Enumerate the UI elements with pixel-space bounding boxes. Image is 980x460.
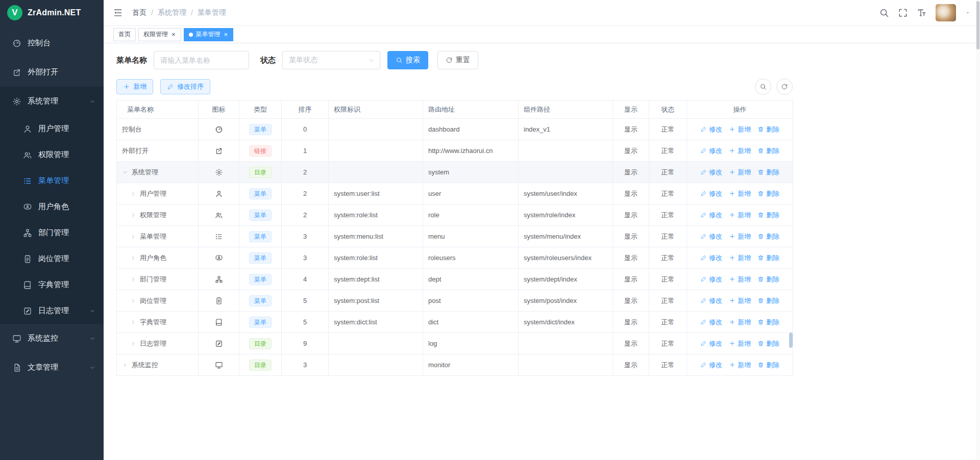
user-menu-caret-icon[interactable]: [965, 10, 971, 16]
fullscreen-icon[interactable]: [898, 8, 908, 18]
edit-action[interactable]: 修改: [700, 361, 722, 370]
status-value: 正常: [662, 318, 675, 326]
gear-icon: [215, 168, 223, 176]
add-action[interactable]: 新增: [729, 125, 751, 134]
add-action[interactable]: 新增: [729, 253, 751, 263]
add-action[interactable]: 新增: [729, 189, 751, 198]
add-action[interactable]: 新增: [729, 211, 751, 220]
delete-action[interactable]: 删除: [757, 296, 779, 305]
perms-value: system:dept:list: [334, 275, 380, 283]
sidebar-item-system[interactable]: 系统管理: [0, 87, 104, 116]
edit-sort-button[interactable]: 修改排序: [160, 79, 210, 94]
sidebar-item-article[interactable]: 文章管理: [0, 353, 104, 382]
refresh-table-button[interactable]: [776, 79, 793, 95]
expand-row-icon[interactable]: [130, 255, 136, 261]
edit-action[interactable]: 修改: [700, 189, 722, 198]
page-scrollbar-thumb[interactable]: [976, 1, 979, 49]
sidebar-item-label: 岗位管理: [38, 254, 69, 264]
edit-action[interactable]: 修改: [700, 232, 722, 241]
add-action[interactable]: 新增: [729, 275, 751, 284]
edit-action[interactable]: 修改: [700, 146, 722, 156]
sidebar-item-dept[interactable]: 部门管理: [0, 220, 104, 246]
expand-row-icon[interactable]: [130, 276, 136, 283]
menu-name-input[interactable]: [154, 51, 249, 69]
add-action[interactable]: 新增: [729, 339, 751, 348]
sidebar-item-label: 部门管理: [38, 228, 69, 238]
close-tab-icon[interactable]: ×: [171, 31, 176, 38]
sidebar-item-label: 系统管理: [28, 96, 58, 106]
delete-action[interactable]: 删除: [757, 125, 779, 134]
sidebar-toggle-icon[interactable]: [113, 8, 123, 18]
collapse-row-icon[interactable]: [122, 169, 128, 175]
toggle-search-button[interactable]: [755, 79, 771, 95]
edit-action[interactable]: 修改: [700, 275, 722, 284]
sort-value: 3: [303, 254, 307, 262]
add-button[interactable]: 新增: [116, 79, 153, 94]
expand-row-icon[interactable]: [130, 191, 136, 197]
delete-action[interactable]: 删除: [757, 189, 779, 198]
delete-action[interactable]: 删除: [757, 168, 779, 177]
perms-value: system:role:list: [334, 211, 378, 219]
delete-action[interactable]: 删除: [757, 339, 779, 348]
sidebar-item-monitor[interactable]: 系统监控: [0, 324, 104, 353]
edit-action[interactable]: 修改: [700, 168, 722, 177]
path-value: dashboard: [428, 125, 459, 133]
status-value: 正常: [662, 361, 675, 369]
add-action[interactable]: 新增: [729, 361, 751, 370]
page-scrollbar[interactable]: [976, 0, 980, 460]
menu-name: 菜单管理: [140, 232, 166, 241]
tab-menu[interactable]: 菜单管理×: [184, 28, 234, 41]
delete-action[interactable]: 删除: [757, 232, 779, 241]
sidebar-item-menu[interactable]: 菜单管理: [0, 168, 104, 194]
sidebar-item-external[interactable]: 外部打开: [0, 58, 104, 87]
plus-icon: [729, 212, 736, 218]
path-value: monitor: [428, 361, 450, 369]
font-size-icon[interactable]: [917, 8, 927, 18]
expand-row-icon[interactable]: [130, 212, 136, 218]
breadcrumb-item-1[interactable]: 系统管理: [158, 8, 186, 17]
add-action[interactable]: 新增: [729, 296, 751, 305]
header-search-icon[interactable]: [879, 8, 889, 18]
search-button[interactable]: 搜索: [387, 51, 428, 69]
delete-action[interactable]: 删除: [757, 318, 779, 327]
status-select[interactable]: 菜单状态: [282, 51, 380, 69]
delete-action[interactable]: 删除: [757, 253, 779, 263]
delete-action[interactable]: 删除: [757, 211, 779, 220]
sidebar-item-log[interactable]: 日志管理: [0, 298, 104, 324]
user-avatar[interactable]: [936, 4, 956, 21]
add-action[interactable]: 新增: [729, 232, 751, 241]
tab-home[interactable]: 首页: [113, 28, 136, 41]
sidebar-item-dashboard[interactable]: 控制台: [0, 29, 104, 58]
sidebar-item-user[interactable]: 用户管理: [0, 116, 104, 142]
sidebar-item-roleusers[interactable]: 用户角色: [0, 194, 104, 220]
edit-action[interactable]: 修改: [700, 339, 722, 348]
close-tab-icon[interactable]: ×: [224, 31, 229, 38]
edit-action[interactable]: 修改: [700, 253, 722, 263]
plus-icon: [729, 254, 736, 261]
delete-action[interactable]: 删除: [757, 275, 779, 284]
delete-action[interactable]: 删除: [757, 361, 779, 370]
expand-row-icon[interactable]: [130, 234, 136, 240]
reset-button[interactable]: 重置: [437, 51, 478, 69]
table-scrollbar-thumb[interactable]: [789, 333, 793, 348]
menu-row-roleusers: 用户角色菜单3system:role:listroleuserssystem/r…: [117, 247, 793, 269]
edit-action[interactable]: 修改: [700, 296, 722, 305]
edit-action[interactable]: 修改: [700, 318, 722, 327]
tab-role[interactable]: 权限管理×: [138, 28, 181, 41]
sidebar-item-post[interactable]: 岗位管理: [0, 246, 104, 272]
expand-row-icon[interactable]: [130, 341, 136, 347]
sidebar-item-role[interactable]: 权限管理: [0, 142, 104, 168]
breadcrumb-item-0[interactable]: 首页: [132, 8, 146, 17]
edit-action[interactable]: 修改: [700, 125, 722, 134]
edit-action[interactable]: 修改: [700, 211, 722, 220]
type-tag: 菜单: [249, 317, 272, 328]
add-action[interactable]: 新增: [729, 318, 751, 327]
expand-row-icon[interactable]: [130, 319, 136, 325]
add-action[interactable]: 新增: [729, 168, 751, 177]
delete-action[interactable]: 删除: [757, 146, 779, 156]
expand-row-icon[interactable]: [122, 362, 128, 368]
sort-value: 4: [303, 275, 307, 283]
sidebar-item-dict[interactable]: 字典管理: [0, 272, 104, 298]
add-action[interactable]: 新增: [729, 146, 751, 156]
expand-row-icon[interactable]: [130, 298, 136, 304]
